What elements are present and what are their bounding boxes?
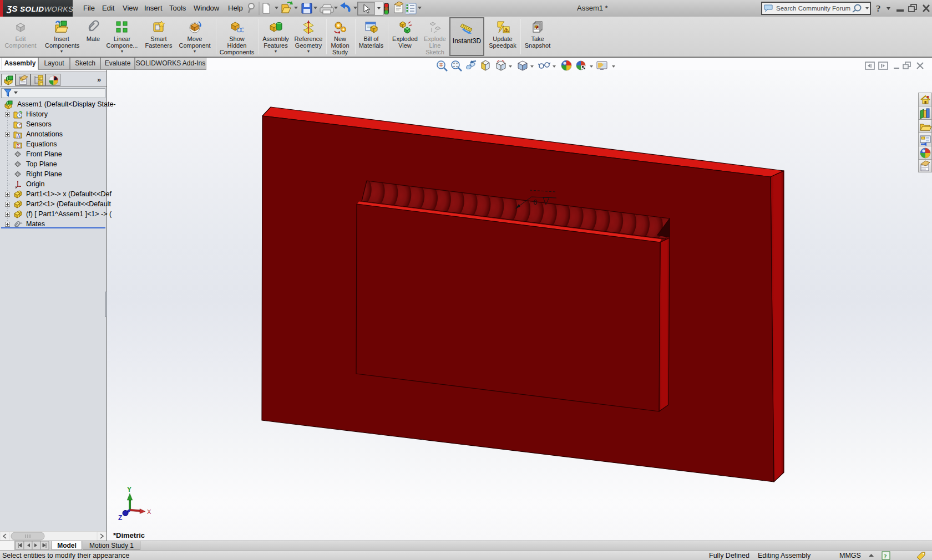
svg-text:!: ! — [505, 28, 506, 32]
svg-text:Y: Y — [127, 486, 131, 493]
svg-text:6: 6 — [533, 198, 537, 206]
svg-text:Σ: Σ — [17, 144, 20, 149]
svg-text:?: ? — [876, 3, 881, 14]
svg-text:?: ? — [884, 553, 887, 559]
svg-text:A: A — [17, 134, 21, 139]
svg-text:X: X — [147, 508, 151, 515]
svg-text:Z: Z — [118, 514, 122, 522]
